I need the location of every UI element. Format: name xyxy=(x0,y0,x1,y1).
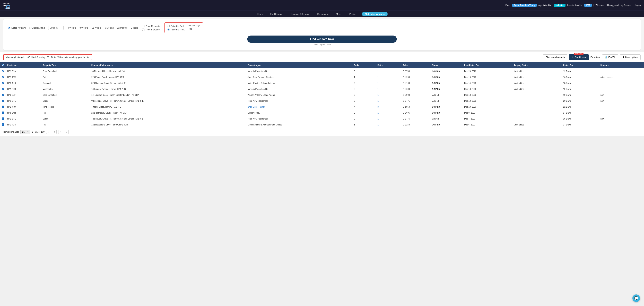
price-reduction-cb[interactable]: Price Reduction xyxy=(142,25,161,27)
row-address: 22 Bloomsbury Court, Pinner, HA5 3AR xyxy=(90,110,246,116)
postcode-input[interactable] xyxy=(48,26,64,30)
row-updates: – xyxy=(599,80,644,86)
row-property-type: Flat xyxy=(41,110,90,116)
credit-note: Costs 1 Agent Credit xyxy=(8,43,636,46)
tab-12weeks[interactable]: 12 Weeks xyxy=(91,26,102,30)
row-checkbox-cell xyxy=(0,104,6,110)
row-first-listed: Dec 8, 2023 xyxy=(462,110,512,116)
row-listed-for: 19 Days xyxy=(562,86,599,92)
row-updates: – xyxy=(599,110,644,116)
row-status: EXPIRED xyxy=(430,74,462,80)
select-all-checkbox[interactable] xyxy=(2,64,4,66)
logo: PROPERTY DEALS IN SIGHT xyxy=(3,2,10,9)
row-checkbox[interactable] xyxy=(2,76,4,78)
row-postcode: HA1 2SG xyxy=(6,86,41,92)
table-body: HA1 2NA Semi Detached 14 Flambard Road, … xyxy=(0,68,644,128)
row-listed-for: 16 Days xyxy=(562,74,599,80)
row-checkbox[interactable] xyxy=(2,88,4,90)
nav-pricing[interactable]: Pricing xyxy=(348,12,357,16)
row-beds: 2 xyxy=(352,92,376,98)
filter-row-1: Listed for days Approaching 4 Weeks 8 We… xyxy=(8,23,636,33)
first-page-btn[interactable]: ⟨⟨ xyxy=(46,130,51,134)
row-checkbox[interactable] xyxy=(2,100,4,102)
failed-to-rent-label: Failed to Rent xyxy=(171,28,184,31)
table-row: HA1 3HE Studio White Tops, Grove Hill, H… xyxy=(0,98,644,104)
row-first-listed: Dec 12, 2023 xyxy=(462,98,512,104)
location-highlight: HA5, HA1 xyxy=(26,56,36,59)
results-table: Postcode Property Type Property Full Add… xyxy=(0,62,644,128)
failed-filter-box: Failed to Sell Failed to Rent Within # d… xyxy=(164,23,203,33)
row-display-status: – xyxy=(512,110,562,116)
listed-for-days-radio[interactable]: Listed for days xyxy=(8,27,26,29)
header-property-type: Property Type xyxy=(41,62,90,68)
header-beds: Beds xyxy=(352,62,376,68)
row-property-type: Semi Detached xyxy=(41,68,90,74)
filter-search-btn[interactable]: Filter search results xyxy=(543,54,567,60)
tab-8weeks[interactable]: 8 Weeks xyxy=(79,26,89,30)
excel-export-btn[interactable]: 📊 EXCEL xyxy=(602,54,618,60)
nav-resources[interactable]: Resources ▾ xyxy=(316,12,330,16)
tab-6months[interactable]: 6 Months xyxy=(104,26,114,30)
row-price: £ 1,200 xyxy=(401,74,430,80)
row-checkbox[interactable] xyxy=(2,94,4,96)
approaching-radio[interactable]: Approaching xyxy=(29,27,45,29)
failed-to-rent-radio[interactable]: Failed to Rent xyxy=(168,28,184,31)
download-icon: ⬇ xyxy=(622,56,624,59)
motivated-vendors-btn[interactable]: Motivated Vendors xyxy=(362,12,388,16)
last-page-btn[interactable]: ⟩⟩ xyxy=(64,130,69,134)
row-updates: – xyxy=(599,104,644,110)
pagination-bar: Items per page: 25 50 100 1 – 25 of 100 … xyxy=(0,128,644,136)
row-checkbox[interactable] xyxy=(2,106,4,108)
exclusive-badge: Exclusive xyxy=(574,53,583,55)
table-row: HA1 2SG Maisonette 13 Frognal Avenue, Ha… xyxy=(0,86,644,92)
row-status: EXPIRED xyxy=(430,86,462,92)
failed-to-sell-radio[interactable]: Failed to Sell xyxy=(168,25,184,27)
tab-12months[interactable]: 12 Months xyxy=(116,26,128,30)
row-listed-for: 18 Days xyxy=(562,80,599,86)
row-checkbox[interactable] xyxy=(2,112,4,114)
row-listed-for: 22 Days xyxy=(562,104,599,110)
nav-investor-offerings[interactable]: Investor Offerings ▾ xyxy=(290,12,311,16)
send-letter-btn[interactable]: ✉ Send Letter xyxy=(569,54,588,60)
header-price: Price xyxy=(401,62,430,68)
table-row: HA1 4EX Flat 225 Pinner Road, Harrow, HA… xyxy=(0,74,644,80)
next-page-btn[interactable]: ⟩ xyxy=(58,130,62,134)
row-beds: 4 xyxy=(352,104,376,110)
tab-2years[interactable]: 2 Years xyxy=(130,26,139,30)
row-baths: 1 xyxy=(376,98,401,104)
filter-area-wrap: Listed for days Approaching 4 Weeks 8 We… xyxy=(0,17,644,50)
row-postcode: HA5 2LP xyxy=(6,92,41,98)
my-account-link[interactable]: My Account xyxy=(620,4,631,7)
nav-pro-offerings[interactable]: Pro Offerings ▾ xyxy=(269,12,286,16)
logout-link[interactable]: Logout xyxy=(635,4,641,7)
items-per-page-select[interactable]: 25 50 100 xyxy=(20,130,30,134)
tab-4weeks[interactable]: 4 Weeks xyxy=(67,26,77,30)
row-address: 13 Frognal Avenue, Harrow, HA1 2SG xyxy=(90,86,246,92)
row-agent: Right Now Residential xyxy=(246,98,352,104)
within-days-input[interactable] xyxy=(188,27,198,31)
row-checkbox[interactable] xyxy=(2,123,4,126)
investor-offerings-caret: ▾ xyxy=(310,13,310,15)
row-checkbox[interactable] xyxy=(2,70,4,72)
row-checkbox[interactable] xyxy=(2,82,4,84)
row-display-status: Just added xyxy=(512,122,562,128)
price-increase-cb[interactable]: Price Increase xyxy=(142,28,161,31)
row-first-listed: Dec 13, 2023 xyxy=(462,92,512,98)
within-days-group: Within # days xyxy=(188,25,200,31)
header-address: Property Full Address xyxy=(90,62,246,68)
row-beds: 0 xyxy=(352,116,376,122)
nav-more[interactable]: More ▾ xyxy=(335,12,344,16)
more-options-btn[interactable]: ⬇ More options xyxy=(620,54,640,60)
agent-credits-label: Agent Credits : xyxy=(538,4,552,7)
row-agent: Major Estates Sales & Lettings xyxy=(246,80,352,86)
row-postcode: HA1 4FU xyxy=(6,104,41,110)
table-row: HA5 4HR Terraced 328 Uxbridge Road, Pinn… xyxy=(0,80,644,86)
row-checkbox[interactable] xyxy=(2,117,4,120)
prev-page-btn[interactable]: ⟨ xyxy=(53,130,56,134)
price-group: Price Reduction Price Increase xyxy=(142,25,161,31)
row-beds: 3 xyxy=(352,68,376,74)
nav-home[interactable]: Home xyxy=(256,12,264,16)
row-price: £ 1,695 xyxy=(401,110,430,116)
items-per-page-label: Items per page: xyxy=(4,131,19,133)
find-vendors-btn[interactable]: Find Vendors Now xyxy=(247,36,397,43)
